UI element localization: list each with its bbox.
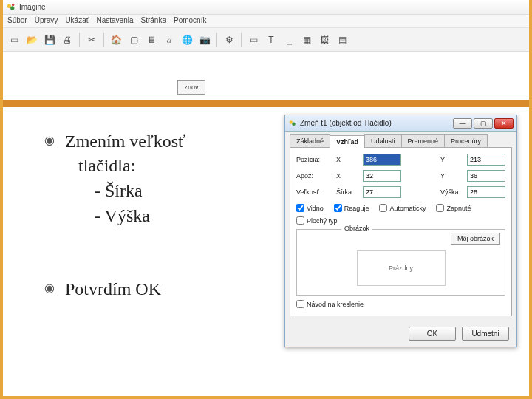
- chk-auto[interactable]: Automaticky: [379, 204, 426, 212]
- menubar: Súbor Úpravy Ukázať Nastavenia Stránka P…: [3, 15, 529, 28]
- chk-reacts[interactable]: Reaguje: [334, 204, 369, 212]
- bullet-subitem: - Šírka: [65, 178, 185, 203]
- chk-label: Návod na kreslenie: [307, 301, 364, 308]
- toolbar-separator: [216, 33, 217, 47]
- label-x: X: [336, 156, 358, 163]
- svg-point-4: [292, 122, 296, 126]
- bullet-icon: ◉: [44, 277, 55, 299]
- dialog-titlebar: Zmeň t1 (objekt od Tlačidlo) — ▢ ✕: [285, 115, 516, 132]
- cut-icon[interactable]: ✂: [83, 32, 100, 48]
- image-group: Obrázok Môj obrázok Prázdny: [296, 229, 505, 296]
- cancel-button[interactable]: Udmetni: [462, 327, 509, 341]
- group-legend: Obrázok: [341, 225, 372, 232]
- print-icon[interactable]: 🖨: [59, 32, 75, 48]
- app-logo-icon: [6, 2, 16, 13]
- row-apos: Apoz: X Y: [296, 170, 505, 182]
- svg-point-2: [12, 3, 15, 6]
- maximize-button[interactable]: ▢: [474, 118, 493, 129]
- bullet-text: tlačidla:: [65, 153, 185, 178]
- tab-procedures[interactable]: Procedúry: [444, 134, 488, 147]
- add-image-icon[interactable]: 🖼: [316, 32, 332, 48]
- menu-item[interactable]: Úpravy: [35, 16, 58, 26]
- tab-basic[interactable]: Základné: [290, 134, 330, 147]
- ok-button[interactable]: OK: [409, 327, 456, 341]
- minimize-button[interactable]: —: [453, 118, 472, 129]
- label-apos: Apoz:: [296, 172, 332, 180]
- bullet-text: Zmením veľkosť: [65, 129, 185, 153]
- dialog-logo-icon: [288, 119, 297, 128]
- znov-button[interactable]: znov: [177, 80, 205, 95]
- image-preview: Prázdny: [357, 250, 446, 286]
- accent-bar: [3, 100, 529, 107]
- menu-item[interactable]: Súbor: [7, 16, 27, 26]
- save-icon[interactable]: 💾: [41, 32, 58, 48]
- my-image-button[interactable]: Môj obrázok: [451, 233, 500, 245]
- bullet-subitem: - Výška: [65, 203, 185, 228]
- toolbar: ▭ 📂 💾 🖨 ✂ 🏠 ▢ 🖥 𝛼 🌐 📷 ⚙ ▭ T ⎯ ▦ 🖼 ▤: [3, 28, 529, 52]
- new-icon[interactable]: ▭: [6, 32, 22, 48]
- label-size: Veľkosť:: [296, 188, 332, 196]
- dialog-footer: OK Udmetni: [285, 321, 516, 347]
- height-field[interactable]: [467, 186, 505, 198]
- screen-icon[interactable]: 🖥: [143, 32, 160, 48]
- add-slider-icon[interactable]: ⎯: [281, 32, 297, 48]
- menu-item[interactable]: Stránka: [141, 16, 166, 26]
- bullet-icon: ◉: [44, 129, 55, 151]
- open-icon[interactable]: 📂: [24, 32, 40, 48]
- label-x: X: [336, 172, 358, 180]
- width-field[interactable]: [363, 186, 401, 198]
- tab-variables[interactable]: Premenné: [401, 134, 446, 147]
- menu-item[interactable]: Ukázať: [65, 16, 89, 26]
- app-title: Imagine: [19, 3, 46, 11]
- app-window: Imagine Súbor Úpravy Ukázať Nastavenia S…: [3, 0, 529, 81]
- chk-pinned[interactable]: Zapnuté: [436, 204, 471, 212]
- label-y: Y: [440, 172, 463, 180]
- bullet-item: ◉ Zmením veľkosť tlačidla: - Šírka - Výš…: [44, 129, 281, 228]
- home-icon[interactable]: 🏠: [108, 32, 124, 48]
- add-button-icon[interactable]: ▭: [245, 32, 262, 48]
- tabstrip: Základné Vzhľad Udalosti Premenné Proced…: [285, 132, 516, 147]
- dialog-title: Zmeň t1 (objekt od Tlačidlo): [300, 119, 392, 127]
- apos-x-field[interactable]: [363, 170, 401, 182]
- apos-y-field[interactable]: [467, 170, 505, 182]
- chk-flat[interactable]: Plochý typ: [296, 216, 338, 225]
- window-icon[interactable]: ▢: [126, 32, 142, 48]
- label-width: Šírka: [336, 188, 358, 196]
- bullet-text: Potvrdím OK: [65, 277, 161, 301]
- menu-item[interactable]: Nastavenia: [96, 16, 133, 26]
- close-button[interactable]: ✕: [494, 118, 514, 129]
- label-position: Pozícia:: [296, 156, 332, 163]
- row-position: Pozícia: X Y: [296, 154, 505, 166]
- tab-events[interactable]: Udalosti: [364, 134, 402, 147]
- tab-appearance[interactable]: Vzhľad: [330, 135, 365, 148]
- pos-y-field[interactable]: [467, 154, 505, 166]
- app-titlebar: Imagine: [3, 0, 529, 15]
- chk-label: Zapnuté: [446, 205, 471, 212]
- svg-point-1: [10, 6, 14, 10]
- menu-item[interactable]: Pomocník: [174, 16, 206, 26]
- chk-draw-hint[interactable]: Návod na kreslenie: [296, 300, 364, 308]
- chk-label: Plochý typ: [307, 217, 338, 225]
- tab-pane-appearance: Pozícia: X Y Apoz: X Y Veľkosť: Šírka Vý…: [290, 147, 512, 316]
- globe-icon[interactable]: 🌐: [179, 32, 195, 48]
- pos-x-field[interactable]: [363, 154, 401, 166]
- chk-label: Vidno: [307, 205, 324, 212]
- bullet-item: ◉ Potvrdím OK: [44, 277, 281, 301]
- gear-icon[interactable]: ⚙: [221, 32, 237, 48]
- svg-point-0: [7, 4, 11, 7]
- add-text-icon[interactable]: T: [263, 32, 279, 48]
- add-page-icon[interactable]: ▤: [334, 32, 350, 48]
- toolbar-separator: [103, 33, 104, 47]
- toolbar-separator: [241, 33, 242, 47]
- add-panel-icon[interactable]: ▦: [299, 32, 315, 48]
- camera-icon[interactable]: 📷: [197, 32, 213, 48]
- label-y: Y: [440, 156, 463, 163]
- window-controls: — ▢ ✕: [453, 118, 514, 129]
- turtle-icon[interactable]: 𝛼: [161, 32, 177, 48]
- chk-label: Automaticky: [389, 205, 426, 212]
- chk-visible[interactable]: Vidno: [296, 204, 324, 212]
- checkbox-row: Vidno Reaguje Automaticky Zapnuté: [296, 204, 505, 212]
- label-height: Výška: [440, 188, 463, 196]
- properties-dialog: Zmeň t1 (objekt od Tlačidlo) — ▢ ✕ Zákla…: [284, 115, 517, 347]
- toolbar-separator: [79, 33, 80, 47]
